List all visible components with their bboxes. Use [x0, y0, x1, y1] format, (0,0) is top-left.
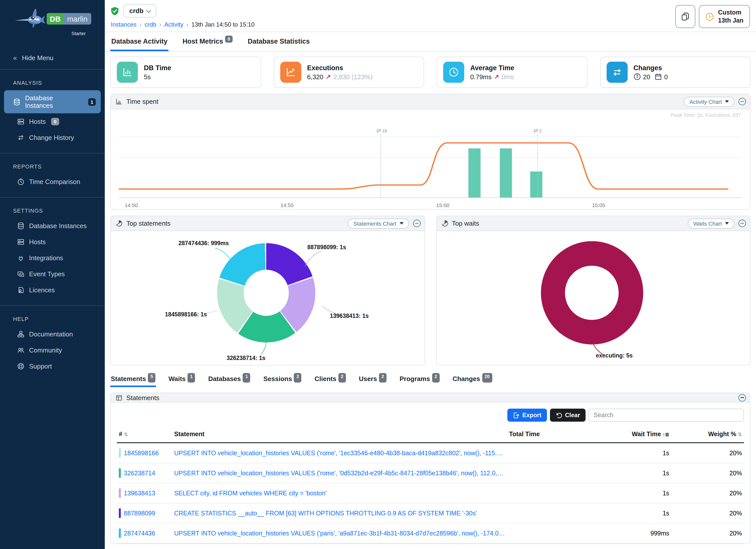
statement-id-link[interactable]: 326238714: [124, 470, 155, 477]
table-row[interactable]: 139638413 SELECT city, id FROM vehicles …: [117, 483, 744, 503]
breadcrumb-instances[interactable]: Instances: [111, 21, 137, 28]
count-badge: 2: [432, 373, 439, 383]
time-range-button[interactable]: Custom13th Jan: [699, 5, 750, 28]
change-arrows-icon: [606, 62, 627, 83]
search-input[interactable]: [589, 409, 744, 422]
tab-users[interactable]: Users2: [358, 373, 387, 387]
sidebar-item-database-instances[interactable]: Database Instances: [4, 218, 101, 234]
activity-chart-select[interactable]: Activity Chart: [684, 97, 734, 107]
collapse-panel-icon[interactable]: [413, 220, 420, 227]
tab-changes[interactable]: Changes20: [452, 373, 493, 387]
statement-color-bar: [119, 488, 121, 498]
sidebar-item-licences[interactable]: Licences: [4, 282, 101, 298]
statement-link[interactable]: CREATE STATISTICS __auto__ FROM [63] WIT…: [174, 510, 505, 517]
breadcrumb: Instances› crdb› Activity› 13th Jan 14:5…: [111, 21, 255, 28]
statement-link[interactable]: SELECT city, id FROM vehicles WHERE city…: [174, 490, 505, 497]
donut-label: executing: 5s: [596, 352, 633, 358]
col-header-wait-time[interactable]: Wait Time↑≣: [580, 428, 671, 443]
metric-delta: 0ms: [502, 73, 514, 80]
sidebar-item-hosts[interactable]: Hosts: [4, 234, 101, 250]
col-header-id[interactable]: #⇅: [117, 428, 172, 443]
sidebar-item-label: Event Types: [29, 270, 65, 278]
detail-tabs: Statements5 Waits1 Databases1 Sessions2 …: [110, 373, 750, 388]
calendar-icon[interactable]: [655, 73, 662, 80]
tab-programs[interactable]: Programs2: [399, 373, 440, 387]
clear-button[interactable]: Clear: [550, 409, 586, 422]
statement-id-link[interactable]: 887898099: [124, 510, 155, 517]
statement-id-link[interactable]: 1845898166: [124, 449, 159, 456]
tab-sessions[interactable]: Sessions2: [263, 373, 302, 387]
wait-time-value: 1s: [580, 483, 671, 503]
tab-database-activity[interactable]: Database Activity: [110, 32, 168, 51]
sidebar-item-integrations[interactable]: Integrations: [4, 250, 101, 266]
sidebar-item-community[interactable]: Community: [4, 342, 101, 358]
copy-link-button[interactable]: [676, 5, 696, 28]
export-button[interactable]: Export: [507, 409, 547, 422]
collapse-panel-icon[interactable]: [738, 394, 746, 401]
count-badge: 1: [188, 373, 195, 383]
statement-color-bar: [119, 448, 121, 458]
plug-icon: [17, 254, 25, 262]
count-badge: 1: [88, 98, 96, 106]
sidebar-item-time-comparison[interactable]: Time Comparison: [4, 174, 101, 190]
sidebar-item-documentation[interactable]: Documentation: [4, 326, 101, 342]
statement-id-link[interactable]: 139638413: [124, 490, 155, 497]
table-row[interactable]: 287474436 UPSERT INTO vehicle_location_h…: [117, 523, 744, 543]
tab-clients[interactable]: Clients2: [314, 373, 346, 387]
weight-value: 20%: [671, 503, 744, 523]
sidebar-item-database-instances[interactable]: Database Instances 1: [4, 90, 101, 113]
statements-donut-chart[interactable]: 887898099: 1s139638413: 1s326238714: 1s1…: [111, 231, 424, 365]
tab-host-metrics[interactable]: Host Metrics0: [181, 32, 234, 51]
col-header-total-time[interactable]: Total Time: [507, 428, 580, 443]
change-marker[interactable]: ⇄18: [381, 134, 381, 198]
sidebar-item-event-types[interactable]: Event Types: [4, 266, 101, 282]
metric-title: DB Time: [144, 64, 171, 71]
col-header-weight[interactable]: Weight %⇅: [671, 428, 744, 443]
info-icon[interactable]: [633, 73, 640, 80]
collapse-panel-icon[interactable]: [738, 220, 746, 227]
waits-donut-chart[interactable]: executing: 5s: [436, 231, 750, 365]
hosts-icon: [17, 118, 25, 125]
statement-link[interactable]: UPSERT INTO vehicle_location_histories V…: [174, 449, 505, 456]
count-badge: 0: [225, 36, 233, 43]
time-spent-chart[interactable]: ⇄18⇄2: [119, 122, 742, 200]
statement-id-link[interactable]: 287474436: [124, 530, 155, 537]
documentation-icon: [17, 330, 25, 338]
donut-label: 326238714: 1s: [227, 355, 265, 361]
sidebar-item-support[interactable]: Support: [4, 358, 101, 374]
breadcrumb-activity[interactable]: Activity: [164, 21, 183, 28]
tab-statements[interactable]: Statements5: [110, 373, 156, 387]
tab-waits[interactable]: Waits1: [168, 373, 196, 387]
licence-icon: [17, 286, 25, 294]
sidebar-item-hosts[interactable]: Hosts 0: [4, 114, 101, 129]
table-row[interactable]: 887898099 CREATE STATISTICS __auto__ FRO…: [117, 503, 744, 523]
metric-card-executions: Executions 6,320 ↗ 2,830 (123%): [273, 57, 424, 88]
tab-database-statistics[interactable]: Database Statistics: [247, 32, 311, 51]
weight-value: 20%: [671, 463, 744, 483]
collapse-panel-icon[interactable]: [738, 98, 746, 105]
wait-time-value: 1s: [580, 503, 671, 523]
change-marker[interactable]: ⇄2: [538, 134, 538, 198]
statement-link[interactable]: UPSERT INTO vehicle_location_histories V…: [174, 530, 505, 537]
waits-chart-select[interactable]: Waits Chart: [688, 218, 734, 228]
delta-up-icon: ↗: [326, 73, 331, 80]
tab-databases[interactable]: Databases1: [208, 373, 251, 387]
brand: DBmarlin Starter: [0, 0, 105, 39]
breadcrumb-instance[interactable]: crdb: [145, 21, 156, 28]
col-header-statement[interactable]: Statement: [172, 428, 507, 443]
sidebar-item-change-history[interactable]: Change History: [4, 130, 101, 145]
top-waits-panel: Top waits Waits Chart executing:: [436, 216, 750, 365]
statements-chart-select[interactable]: Statements Chart: [348, 218, 409, 228]
change-arrows-icon: ⇄: [534, 127, 538, 134]
hide-menu-button[interactable]: « Hide Menu: [0, 46, 105, 70]
instance-selector[interactable]: crdb: [123, 4, 156, 18]
statement-link[interactable]: UPSERT INTO vehicle_location_histories V…: [174, 470, 505, 477]
wait-time-value: 999ms: [580, 523, 671, 543]
table-row[interactable]: 326238714 UPSERT INTO vehicle_location_h…: [117, 463, 744, 483]
hosts-icon: [17, 238, 25, 246]
metric-title: Average Time: [470, 64, 514, 71]
brand-wordmark: DBmarlin: [47, 13, 91, 24]
donut-label: 1845898166: 1s: [165, 311, 207, 317]
table-row[interactable]: 1845898166 UPSERT INTO vehicle_location_…: [117, 443, 744, 463]
database-icon: [17, 222, 25, 230]
